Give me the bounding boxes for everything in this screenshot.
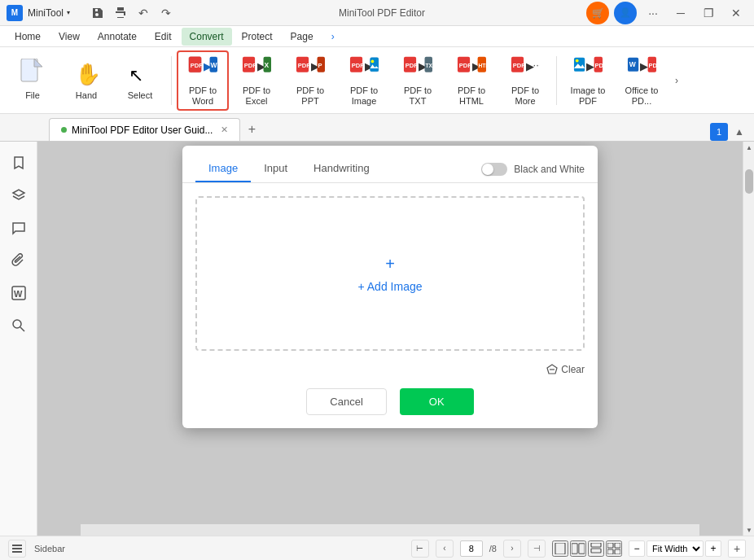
cancel-button[interactable]: Cancel — [306, 388, 386, 415]
main-area: W Image Input Handwriting — [0, 142, 754, 536]
zoom-out-button[interactable]: − — [629, 540, 645, 557]
page-number-input[interactable] — [460, 540, 483, 557]
ok-button[interactable]: OK — [400, 388, 474, 415]
modal-tab-handwriting[interactable]: Handwriting — [300, 155, 383, 182]
tool-pdf-to-excel[interactable]: PDF ▶ X PDF to Excel — [230, 50, 283, 111]
tool-pdf-to-ppt[interactable]: PDF ▶ P PDF to PPT — [284, 50, 336, 111]
single-page-view-button[interactable] — [552, 540, 568, 557]
tool-pdf-to-more[interactable]: PDF ▶ ··· PDF to More — [499, 50, 551, 111]
save-button[interactable] — [86, 2, 109, 24]
overflow-button[interactable]: ··· — [642, 2, 664, 24]
new-tab-button[interactable]: + — [240, 118, 263, 141]
svg-rect-52 — [12, 545, 22, 546]
zoom-level-select[interactable]: Fit Width — [647, 540, 704, 557]
clear-icon — [546, 364, 558, 375]
first-page-button[interactable]: ⊢ — [411, 540, 429, 558]
pdf-to-html-icon: PDF ▶ HTML — [457, 54, 486, 83]
prev-page-button[interactable]: ‹ — [436, 540, 454, 558]
svg-rect-61 — [615, 543, 620, 548]
modal-tab-image[interactable]: Image — [195, 155, 251, 182]
user-avatar[interactable]: 👤 — [614, 2, 637, 24]
scroll-track[interactable] — [743, 153, 754, 524]
tab-close-icon[interactable]: ✕ — [221, 125, 228, 135]
document-area[interactable]: Image Input Handwriting Black and White — [37, 142, 743, 536]
svg-text:PDF: PDF — [405, 62, 419, 69]
modal-switch-area: Black and White — [481, 163, 585, 176]
menu-view[interactable]: View — [50, 28, 88, 46]
word-panel-icon[interactable]: W — [4, 278, 33, 308]
sidebar-toggle-button[interactable] — [8, 540, 26, 558]
tool-pdf-to-word[interactable]: PDF ▶ W PDF to Word — [177, 50, 229, 111]
tool-pdf-to-html[interactable]: PDF ▶ HTML PDF to HTML — [445, 50, 498, 111]
attachments-panel-icon[interactable] — [4, 246, 33, 275]
svg-rect-54 — [12, 551, 22, 553]
restore-button[interactable]: ❐ — [697, 2, 720, 24]
menu-more[interactable]: › — [323, 28, 343, 46]
tool-file[interactable]: File — [7, 50, 59, 111]
thumbnail-view-button[interactable] — [606, 540, 622, 557]
close-button[interactable]: ✕ — [725, 2, 747, 24]
comments-panel-icon[interactable] — [4, 213, 33, 243]
last-page-button[interactable]: ⊣ — [528, 540, 546, 558]
scroll-up-arrow[interactable]: ▲ — [743, 142, 754, 153]
tool-pdf-to-ppt-label: PDF to PPT — [287, 85, 333, 107]
layers-panel-icon[interactable] — [4, 181, 33, 210]
svg-text:W: W — [210, 61, 217, 69]
bookmark-panel-icon[interactable] — [4, 148, 33, 177]
document-tab[interactable]: MiniTool PDF Editor User Guid... ✕ — [49, 118, 240, 141]
tool-select[interactable]: ↖ Select — [114, 50, 166, 111]
tool-pdf-to-txt[interactable]: PDF ▶ TXT PDF to TXT — [392, 50, 444, 111]
black-white-toggle[interactable] — [481, 163, 507, 176]
two-page-view-button[interactable] — [570, 540, 586, 557]
scroll-thumb[interactable] — [745, 169, 753, 194]
tool-pdf-to-excel-label: PDF to Excel — [234, 85, 279, 107]
svg-text:PDF: PDF — [459, 62, 472, 69]
svg-rect-59 — [591, 549, 601, 553]
tool-image-to-pdf[interactable]: ▶ PDF Image to PDF — [562, 50, 614, 111]
page-badge: 1 — [710, 123, 728, 141]
modal-tab-input[interactable]: Input — [251, 155, 300, 182]
pdf-to-image-icon: PDF ▶ — [349, 54, 379, 83]
upload-text: + Add Image — [357, 280, 422, 293]
vertical-scrollbar[interactable]: ▲ ▼ — [743, 142, 754, 536]
page-area: Image Input Handwriting Black and White — [37, 142, 754, 536]
sidebar-label: Sidebar — [34, 544, 65, 553]
sidebar-icons: W — [0, 142, 37, 536]
toolbar-sep-1 — [171, 56, 172, 105]
redo-button[interactable]: ↷ — [155, 2, 178, 24]
app-dropdown-arrow[interactable]: ▾ — [67, 9, 70, 16]
tool-hand[interactable]: ✋ Hand — [60, 50, 112, 111]
menu-page[interactable]: Page — [283, 28, 322, 46]
svg-text:X: X — [264, 61, 269, 69]
svg-rect-53 — [12, 548, 22, 549]
tool-pdf-to-image[interactable]: PDF ▶ PDF to Image — [338, 50, 390, 111]
next-page-button[interactable]: › — [503, 540, 521, 558]
status-right: ⊢ ‹ /8 › ⊣ − Fit Width — [411, 540, 746, 558]
menu-protect[interactable]: Protect — [234, 28, 281, 46]
minimize-button[interactable]: ─ — [669, 2, 692, 24]
svg-point-22 — [371, 59, 375, 63]
menu-home[interactable]: Home — [7, 28, 49, 46]
tool-image-to-pdf-label: Image to PDF — [565, 85, 611, 107]
cart-icon[interactable]: 🛒 — [586, 2, 609, 24]
tab-scroll-up[interactable]: ▲ — [731, 124, 747, 140]
search-panel-icon[interactable] — [4, 311, 33, 340]
menu-edit[interactable]: Edit — [147, 28, 180, 46]
add-page-button[interactable]: + — [728, 540, 746, 558]
tool-office-to-pdf[interactable]: W ▶ PDF Office to PD... — [616, 50, 668, 111]
menu-annotate[interactable]: Annotate — [90, 28, 145, 46]
zoom-in-button[interactable]: + — [705, 540, 721, 557]
continuous-scroll-button[interactable] — [588, 540, 604, 557]
tab-bar: MiniTool PDF Editor User Guid... ✕ + 1 ▲ — [0, 114, 754, 142]
scroll-down-arrow[interactable]: ▼ — [743, 524, 754, 536]
upload-zone[interactable]: + + Add Image — [195, 196, 585, 351]
svg-text:···: ··· — [533, 59, 540, 71]
menu-bar: Home View Annotate Edit Convert Protect … — [0, 26, 754, 47]
status-bar: Sidebar ⊢ ‹ /8 › ⊣ − — [0, 536, 754, 560]
print-button[interactable] — [109, 2, 132, 24]
menu-convert[interactable]: Convert — [182, 28, 232, 46]
undo-button[interactable]: ↶ — [132, 2, 155, 24]
svg-point-49 — [13, 320, 21, 328]
toolbar-scroll-right[interactable]: › — [669, 50, 684, 111]
clear-button[interactable]: Clear — [546, 364, 585, 375]
